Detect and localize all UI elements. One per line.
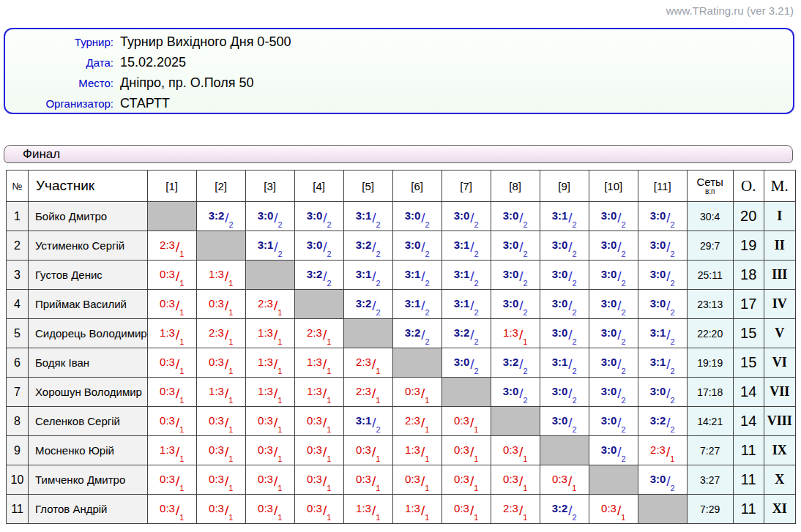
match-score: 3:1 [552, 356, 568, 368]
match-points: /2 [470, 241, 478, 254]
match-points: /2 [470, 212, 478, 225]
column-header-match-10: [10] [589, 171, 638, 202]
match-score: 3:2 [307, 268, 323, 280]
match-score: 3:0 [601, 356, 617, 368]
points-value: 2 [573, 220, 577, 229]
match-score: 3:1 [454, 297, 470, 310]
match-points: /1 [666, 446, 674, 459]
match-points: /1 [470, 505, 478, 517]
points-value: 1 [228, 484, 233, 492]
points-value: 1 [474, 425, 478, 434]
match-points: /1 [519, 476, 527, 488]
score-cell: 3:2/2 [196, 202, 245, 231]
match-score: 0:3 [160, 385, 175, 397]
column-header-match-8: [8] [491, 171, 540, 202]
match-score: 0:3 [209, 414, 224, 427]
sets-total: 29:7 [687, 231, 733, 261]
match-points: /1 [323, 417, 331, 430]
score-cell: 3:0/2 [491, 261, 540, 290]
match-points: /2 [568, 505, 576, 517]
column-header-sets: Сетыв:п [687, 171, 733, 202]
match-score: 3:0 [601, 209, 617, 222]
score-cell: 3:0/2 [392, 202, 442, 231]
score-cell: 0:3/1 [245, 495, 294, 524]
match-points: /2 [568, 300, 576, 312]
match-points: /2 [617, 329, 625, 342]
score-cell: 2:3/1 [245, 290, 294, 319]
points-value: 1 [474, 484, 478, 492]
match-score: 3:0 [601, 326, 617, 339]
points-value: 1 [228, 454, 233, 463]
match-points: /2 [421, 271, 429, 283]
points-value: 1 [523, 454, 527, 463]
table-row: 5Сидорець Володимир1:3/12:3/11:3/12:3/13… [7, 319, 796, 348]
match-points: /1 [470, 476, 478, 488]
score-cell: 3:2/2 [442, 319, 491, 348]
match-points: /2 [568, 359, 576, 371]
match-points: /1 [323, 388, 331, 400]
score-cell: 3:0/2 [589, 202, 638, 231]
match-points: /2 [225, 212, 233, 225]
match-score: 0:3 [209, 297, 224, 310]
points-value: 1 [179, 454, 184, 463]
points-value: 2 [524, 279, 528, 288]
match-score: 0:3 [307, 473, 322, 485]
match-score: 3:1 [552, 209, 568, 222]
points-value: 1 [277, 513, 282, 522]
points-value: 1 [376, 484, 380, 492]
points-value: 1 [670, 454, 674, 463]
score-cell: 3:1/2 [442, 290, 491, 319]
match-points: /2 [470, 329, 478, 342]
score-cell: 0:3/1 [540, 465, 589, 495]
match-score: 3:0 [503, 297, 519, 310]
player-name: Тимченко Дмитро [29, 465, 148, 495]
points-value: 1 [327, 396, 331, 405]
match-points: /2 [617, 446, 625, 459]
final-place: I [764, 202, 795, 231]
match-points: /2 [421, 241, 429, 254]
player-name: Глотов Андрій [29, 495, 148, 524]
match-score: 1:3 [307, 385, 322, 397]
points-value: 1 [425, 396, 429, 405]
match-score: 3:2 [405, 326, 421, 339]
column-header-match-3: [3] [245, 171, 294, 202]
match-score: 2:3 [503, 502, 518, 514]
date-label: Дата: [5, 56, 120, 69]
header-row: №Участник[1][2][3][4][5][6][7][8][9][10]… [7, 171, 796, 202]
points-value: 1 [179, 337, 184, 346]
match-score: 0:3 [160, 268, 175, 280]
sets-total: 19:19 [687, 348, 733, 378]
match-score: 1:3 [405, 502, 420, 514]
match-points: /1 [421, 388, 429, 400]
score-cell: 0:3/1 [442, 495, 491, 524]
match-points: /1 [225, 271, 233, 283]
points-value: 2 [622, 308, 626, 317]
match-score: 3:2 [356, 239, 372, 251]
match-score: 3:1 [405, 297, 421, 310]
column-header-match-1: [1] [147, 171, 196, 202]
points-value: 1 [474, 513, 478, 522]
match-points: /2 [519, 271, 527, 283]
match-points: /2 [470, 359, 478, 371]
sets-total: 7:27 [687, 436, 733, 465]
match-score: 0:3 [258, 443, 273, 456]
score-cell: 1:3/1 [294, 348, 343, 378]
score-cell: 3:2/2 [491, 348, 540, 378]
match-score: 3:2 [356, 297, 372, 310]
score-cell: 0:3/1 [343, 465, 392, 495]
match-points: /2 [470, 271, 478, 283]
column-header-match-6: [6] [392, 171, 442, 202]
match-score: 3:0 [601, 297, 617, 310]
table-row: 7Хорошун Володимир0:3/11:3/11:3/11:3/12:… [7, 378, 796, 407]
match-score: 3:1 [650, 356, 666, 368]
match-points: /1 [421, 417, 429, 430]
match-points: /1 [519, 329, 527, 342]
match-score: 3:0 [405, 209, 421, 222]
points-value: 2 [573, 425, 577, 434]
match-points: /2 [323, 241, 331, 254]
score-cell: 3:1/2 [638, 319, 687, 348]
match-points: /1 [176, 476, 184, 488]
score-cell: 1:3/1 [392, 495, 442, 524]
match-points: /1 [519, 505, 527, 517]
match-score: 2:3 [258, 297, 273, 310]
